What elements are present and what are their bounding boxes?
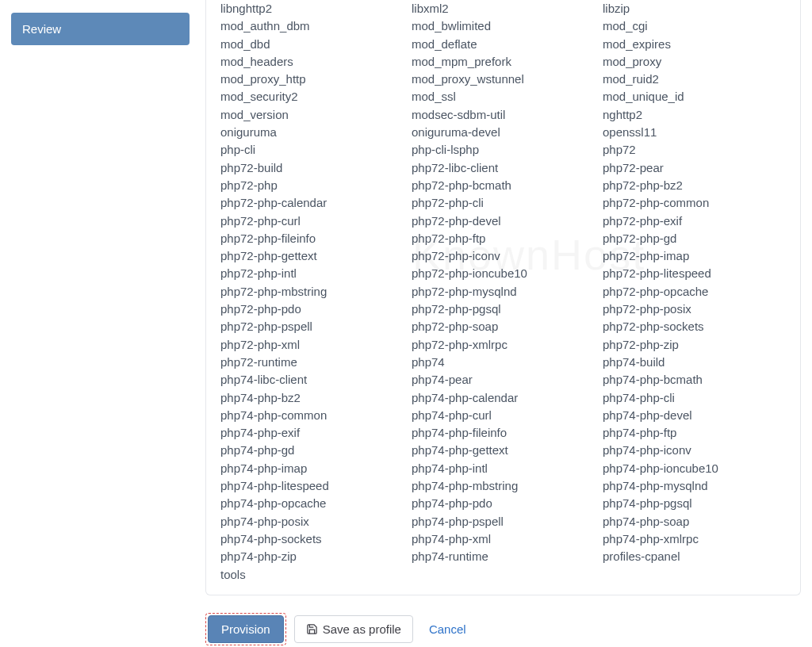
package-item: mod_authn_dbm (220, 17, 404, 35)
package-item: oniguruma (220, 124, 404, 141)
package-item: php72-php-curl (220, 212, 404, 230)
package-item: php72-build (220, 159, 404, 177)
package-item: php74-php-intl (412, 460, 595, 477)
package-item: mod_unique_id (603, 88, 786, 105)
package-item: mod_ruid2 (603, 71, 786, 88)
package-item: php72-php-gettext (220, 247, 404, 265)
package-item: php72-php-iconv (412, 247, 595, 265)
package-item: php74-php-soap (603, 513, 786, 530)
package-item: php72-libc-client (412, 159, 595, 177)
package-item: mod_deflate (412, 36, 595, 53)
sidebar: Review (11, 0, 190, 647)
step-review-label: Review (22, 22, 61, 36)
save-as-profile-label: Save as profile (323, 622, 401, 636)
package-item: php74-php-devel (603, 407, 786, 424)
package-item: php72-php-cli (412, 194, 595, 212)
package-item: php74-build (603, 354, 786, 371)
package-item: libzip (603, 0, 786, 17)
package-item: tools (220, 566, 404, 584)
package-item: php74-php-gettext (412, 442, 595, 459)
package-item: php74-php-bz2 (220, 389, 404, 407)
step-review[interactable]: Review (11, 13, 190, 45)
package-item: php74-php-posix (220, 513, 404, 530)
package-item: php72-php-litespeed (603, 265, 786, 282)
package-item: mod_cgi (603, 17, 786, 35)
package-item: nghttp2 (603, 106, 786, 124)
package-item: php74-php-litespeed (220, 477, 404, 495)
package-item: php74-php-common (220, 407, 404, 424)
save-icon (306, 623, 318, 635)
package-item: php72-php-sockets (603, 318, 786, 335)
package-item: php72-php-exif (603, 212, 786, 230)
package-item: php72-php-calendar (220, 194, 404, 212)
package-item: php74-php-fileinfo (412, 424, 595, 442)
package-item: mod_proxy (603, 53, 786, 71)
package-item: mod_dbd (220, 36, 404, 53)
package-item: php74-php-gd (220, 442, 404, 459)
package-item: php74-php-zip (220, 548, 404, 565)
package-item: php74-php-xmlrpc (603, 530, 786, 548)
package-item: mod_security2 (220, 88, 404, 105)
actions-bar: Provision Save as profile Cancel (205, 613, 801, 645)
package-item: php72-php-soap (412, 318, 595, 335)
package-item: php74 (412, 354, 595, 371)
package-item: mod_version (220, 106, 404, 124)
provision-button[interactable]: Provision (208, 615, 284, 643)
package-item: php-cli (220, 141, 404, 159)
package-item: php74-php-curl (412, 407, 595, 424)
package-item: php72-php-pgsql (412, 301, 595, 318)
package-item: php72-php (220, 177, 404, 194)
package-item: mod_mpm_prefork (412, 53, 595, 71)
package-col-3: libzipmod_cgimod_expiresmod_proxymod_rui… (603, 0, 786, 584)
package-item: mod_ssl (412, 88, 595, 105)
package-item: php72-php-zip (603, 336, 786, 354)
package-item: php72-php-bz2 (603, 177, 786, 194)
package-item: php74-php-cli (603, 389, 786, 407)
package-item: openssl11 (603, 124, 786, 141)
package-item: php72-php-posix (603, 301, 786, 318)
package-item: php74-php-exif (220, 424, 404, 442)
package-item: php74-php-pgsql (603, 495, 786, 512)
page-container: Review libnghttp2mod_authn_dbmmod_dbdmod… (0, 0, 812, 647)
package-item: oniguruma-devel (412, 124, 595, 141)
package-item: php72-php-xml (220, 336, 404, 354)
package-item: mod_proxy_http (220, 71, 404, 88)
package-item: php74-php-bcmath (603, 371, 786, 389)
package-item: php72-php-ioncube10 (412, 265, 595, 282)
package-grid: libnghttp2mod_authn_dbmmod_dbdmod_header… (220, 0, 786, 584)
package-item: modsec-sdbm-util (412, 106, 595, 124)
package-item: php72-php-opcache (603, 283, 786, 301)
package-item: php72-php-bcmath (412, 177, 595, 194)
package-item: php74-php-pdo (412, 495, 595, 512)
package-item: php72-php-pdo (220, 301, 404, 318)
package-item: php72-php-pspell (220, 318, 404, 335)
package-item: php-cli-lsphp (412, 141, 595, 159)
package-col-2: libxml2mod_bwlimitedmod_deflatemod_mpm_p… (412, 0, 595, 584)
package-item: php72-runtime (220, 354, 404, 371)
package-item: profiles-cpanel (603, 548, 786, 565)
cancel-link[interactable]: Cancel (429, 622, 466, 636)
package-item: php72-php-ftp (412, 230, 595, 247)
main: libnghttp2mod_authn_dbmmod_dbdmod_header… (205, 0, 801, 647)
package-item: php74-php-imap (220, 460, 404, 477)
package-item: php74-php-iconv (603, 442, 786, 459)
package-item: php72-php-imap (603, 247, 786, 265)
package-item: php74-php-ftp (603, 424, 786, 442)
package-panel: libnghttp2mod_authn_dbmmod_dbdmod_header… (205, 0, 801, 595)
package-item: php72-php-mysqlnd (412, 283, 595, 301)
package-item: php72-php-gd (603, 230, 786, 247)
package-item: php74-php-pspell (412, 513, 595, 530)
package-item: php74-php-mbstring (412, 477, 595, 495)
package-item: mod_expires (603, 36, 786, 53)
package-item: mod_bwlimited (412, 17, 595, 35)
package-item: php74-php-sockets (220, 530, 404, 548)
package-item: php74-php-ioncube10 (603, 460, 786, 477)
package-item: php74-php-mysqlnd (603, 477, 786, 495)
provision-highlight: Provision (205, 613, 286, 645)
package-item: php74-libc-client (220, 371, 404, 389)
save-as-profile-button[interactable]: Save as profile (294, 615, 413, 643)
package-item: php72 (603, 141, 786, 159)
package-item: php74-php-calendar (412, 389, 595, 407)
package-item: php72-php-fileinfo (220, 230, 404, 247)
package-col-1: libnghttp2mod_authn_dbmmod_dbdmod_header… (220, 0, 404, 584)
